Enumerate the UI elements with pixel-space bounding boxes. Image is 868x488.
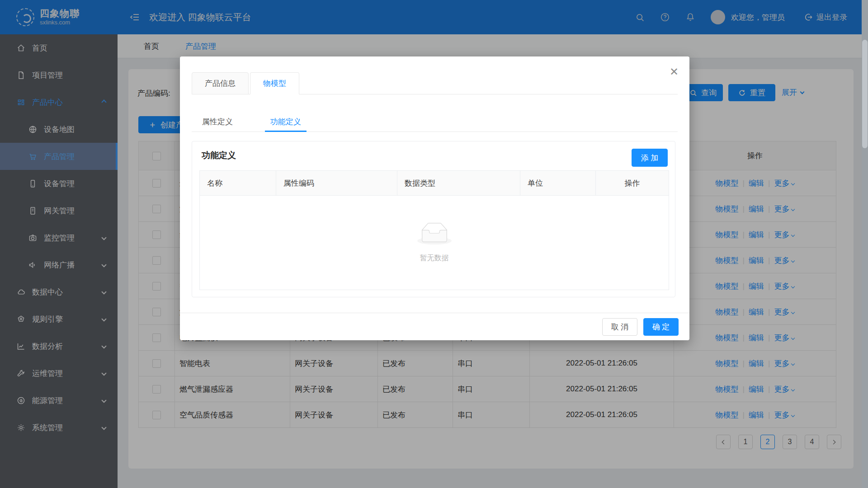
modal-column-单位: 单位 bbox=[520, 171, 596, 196]
modal-subtabs: 属性定义功能定义 bbox=[192, 112, 678, 132]
product-modal: ✕ 产品信息物模型 属性定义功能定义 功能定义 添 加 名称属性编码数据类型单位… bbox=[180, 56, 689, 340]
scrollbar-track[interactable] bbox=[862, 0, 868, 488]
modal-subtab-属性定义[interactable]: 属性定义 bbox=[202, 112, 233, 131]
modal-column-数据类型: 数据类型 bbox=[397, 171, 520, 196]
modal-footer: 取 消 确 定 bbox=[180, 313, 689, 340]
function-definition-card: 功能定义 添 加 名称属性编码数据类型单位操作 暂无数据 bbox=[192, 141, 675, 297]
function-table: 名称属性编码数据类型单位操作 暂无数据 bbox=[199, 170, 669, 290]
modal-tab-物模型[interactable]: 物模型 bbox=[250, 72, 299, 94]
empty-text: 暂无数据 bbox=[200, 253, 669, 263]
empty-box-icon bbox=[417, 222, 452, 245]
modal-subtab-功能定义[interactable]: 功能定义 bbox=[270, 112, 301, 131]
modal-column-操作: 操作 bbox=[596, 171, 669, 196]
modal-tab-产品信息[interactable]: 产品信息 bbox=[192, 72, 249, 94]
modal-column-名称: 名称 bbox=[200, 171, 276, 196]
add-button[interactable]: 添 加 bbox=[632, 149, 668, 167]
confirm-button[interactable]: 确 定 bbox=[643, 318, 679, 336]
empty-state: 暂无数据 bbox=[200, 196, 669, 290]
app-root: 四象物聯 sxlinks.com 欢迎进入 四象物联云平台 欢迎您，管理员 退出… bbox=[0, 0, 868, 488]
cancel-button[interactable]: 取 消 bbox=[602, 318, 637, 336]
scrollbar-thumb[interactable] bbox=[862, 40, 868, 148]
modal-column-属性编码: 属性编码 bbox=[276, 171, 397, 196]
modal-tabs: 产品信息物模型 bbox=[192, 72, 678, 94]
section-title: 功能定义 bbox=[202, 150, 236, 161]
